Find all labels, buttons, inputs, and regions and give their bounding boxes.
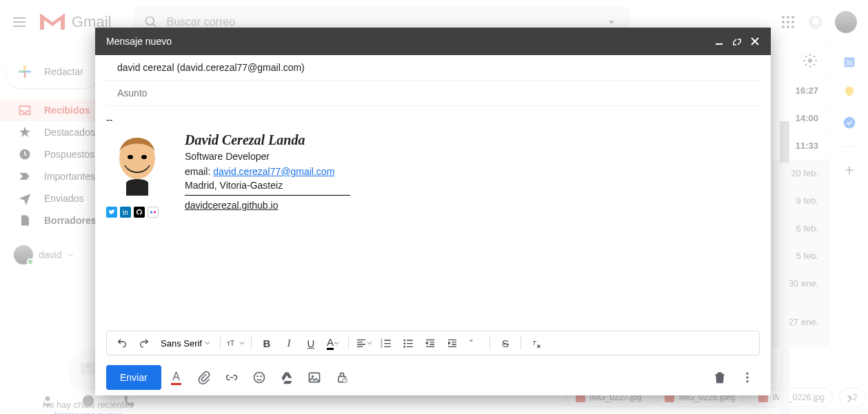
compose-header[interactable]: Mensaje nuevo [95,28,771,55]
signature-email-line: email: david.cerezal77@gmail.com [185,166,350,177]
svg-text:3: 3 [381,345,383,349]
github-icon[interactable] [134,207,145,218]
chevron-down-icon [367,340,372,346]
svg-point-28 [403,340,405,342]
svg-point-33 [254,373,264,383]
svg-point-29 [403,342,405,344]
send-button[interactable]: Enviar [106,365,161,390]
linkedin-icon[interactable]: in [120,207,131,218]
compose-subject-row [106,81,760,106]
discard-draft-button[interactable] [707,365,732,390]
compose-to-field[interactable]: david cerezal (david.cerezal77@gmail.com… [106,55,760,81]
close-icon[interactable] [750,37,760,46]
compose-body[interactable]: -- in [95,106,771,331]
attach-file-button[interactable] [192,365,216,390]
underline-button[interactable]: U [301,333,321,353]
bullet-list-button[interactable] [398,333,418,353]
font-selector[interactable]: Sans Serif [157,338,214,349]
twitter-icon[interactable] [106,207,117,218]
font-size-button[interactable]: тT [226,333,245,353]
more-options-button[interactable] [735,365,760,390]
confidential-mode-button[interactable] [330,365,354,390]
signature-location: Madrid, Vitoria-Gasteiz [185,180,350,191]
signature-divider [185,195,350,196]
separator [348,336,349,350]
quote-button[interactable]: " [465,333,484,353]
compose-title: Mensaje nuevo [106,36,714,47]
svg-point-20 [128,155,133,159]
format-toolbar: Sans Serif тT B I U A 123 " S T [106,331,760,355]
signature-separator: -- [106,114,760,125]
svg-point-37 [312,375,314,377]
minimize-icon[interactable] [714,37,724,46]
indent-more-button[interactable] [443,333,462,353]
italic-button[interactable]: I [279,333,299,353]
signature-website[interactable]: davidcerezal.github.io [185,200,278,211]
compose-subject-input[interactable] [117,87,749,99]
compose-window: Mensaje nuevo david cerezal (david.cerez… [95,28,771,395]
svg-point-22 [150,211,152,214]
svg-point-30 [403,346,405,348]
svg-text:тT: тT [227,339,235,347]
chevron-down-icon [205,340,210,346]
signature-role: Software Developer [185,151,350,162]
signature-email-label: email: [185,166,213,177]
svg-point-21 [141,155,147,159]
svg-point-34 [256,375,259,377]
svg-point-40 [746,373,748,375]
signature-name: David Cerezal Landa [185,132,350,148]
insert-drive-button[interactable] [274,365,299,390]
redo-button[interactable] [134,333,154,353]
fullscreen-exit-icon[interactable] [732,37,742,46]
separator [251,336,252,350]
align-button[interactable] [354,333,374,353]
svg-point-35 [260,375,262,377]
separator [521,336,521,350]
compose-footer: Enviar A [95,360,771,395]
numbered-list-button[interactable]: 123 [376,333,396,353]
insert-link-button[interactable] [219,365,244,390]
svg-point-42 [746,380,748,382]
font-name: Sans Serif [161,338,202,349]
bold-button[interactable]: B [257,333,276,353]
remove-format-button[interactable]: T [527,333,546,353]
indent-less-button[interactable] [421,333,440,353]
svg-text:T: T [532,340,537,346]
svg-point-41 [746,376,748,378]
chevron-down-icon [334,340,339,346]
insert-photo-button[interactable] [302,365,327,390]
strikethrough-button[interactable]: S [496,333,515,353]
separator [220,336,221,350]
svg-point-23 [154,211,156,214]
email-signature: in David Cerezal Landa Software Develope… [106,132,760,218]
signature-avatar [106,132,168,201]
chevron-down-icon [239,340,245,346]
separator [489,336,490,350]
text-color-button[interactable]: A [323,333,343,353]
social-icons: in [106,207,168,218]
svg-text:": " [470,338,472,348]
compose-to-value: david cerezal (david.cerezal77@gmail.com… [117,62,305,73]
signature-email-link[interactable]: david.cerezal77@gmail.com [213,166,334,177]
undo-button[interactable] [112,333,132,353]
insert-emoji-button[interactable] [247,365,272,390]
flickr-icon[interactable] [148,207,159,218]
formatting-toggle-button[interactable]: A [164,365,189,390]
